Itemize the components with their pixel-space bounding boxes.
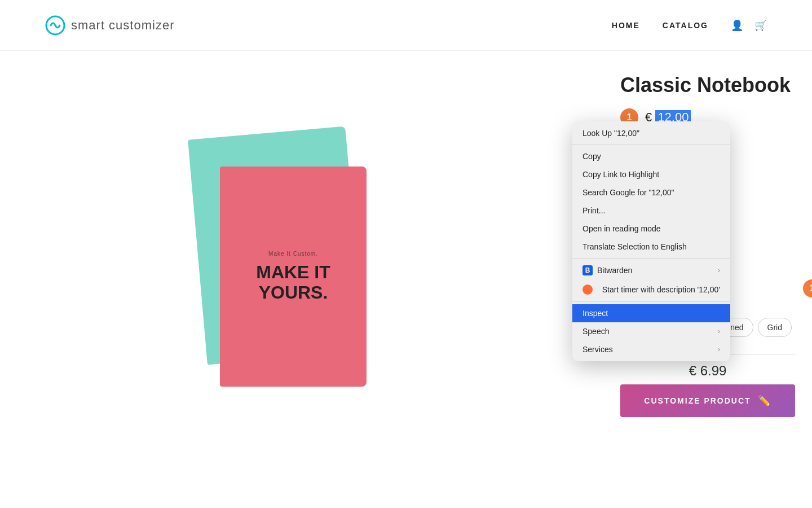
main-nav: HOME CATALOG 👤 🛒: [612, 19, 767, 32]
ctx-lookup[interactable]: Look Up "12,00": [572, 124, 730, 142]
customize-btn-icon: ✏️: [758, 395, 771, 407]
ctx-divider-1: [572, 144, 730, 145]
ctx-inspect-label: Inspect: [582, 309, 608, 318]
ctx-print-label: Print...: [582, 206, 605, 215]
login-icon[interactable]: 👤: [731, 19, 743, 32]
header: smart customizer HOME CATALOG 👤 🛒: [0, 0, 812, 51]
ctx-speech-chevron: ›: [718, 327, 720, 335]
notebook-slogan: MAKE ITYOURS.: [256, 262, 330, 302]
notebook-tagline: Make It Custom.: [268, 251, 318, 257]
ctx-services-chevron: ›: [718, 345, 720, 353]
ctx-copy-link[interactable]: Copy Link to Highlight: [572, 165, 730, 183]
context-menu: Look Up "12,00" Copy Copy Link to Highli…: [572, 121, 730, 361]
ctx-search-google[interactable]: Search Google for "12,00": [572, 183, 730, 202]
notebook-display: Make It Custom. MAKE ITYOURS.: [186, 133, 412, 426]
ctx-bitwarden-label: Bitwarden: [597, 266, 632, 275]
logo-icon: [45, 15, 65, 36]
product-title: Classic Notebook: [620, 73, 795, 97]
ctx-divider-3: [572, 301, 730, 302]
ctx-lookup-label: Look Up "12,00": [582, 129, 639, 138]
ctx-copy-label: Copy: [582, 152, 601, 161]
ctx-print[interactable]: Print...: [572, 202, 730, 220]
ctx-translate-label: Translate Selection to English: [582, 242, 687, 251]
logo[interactable]: smart customizer: [45, 15, 174, 36]
product-image-area: Make It Custom. MAKE ITYOURS.: [0, 51, 598, 508]
ctx-speech[interactable]: Speech ›: [572, 322, 730, 340]
ctx-timer-label: Start timer with description '12,00': [602, 285, 720, 294]
right-badge: 1: [803, 279, 812, 297]
nav-icons: 👤 🛒: [731, 19, 767, 32]
customize-btn-label: CUSTOMIZE PRODUCT: [644, 396, 751, 405]
customize-product-button[interactable]: CUSTOMIZE PRODUCT ✏️: [620, 384, 795, 417]
ctx-inspect[interactable]: Inspect: [572, 304, 730, 322]
notebook-front: Make It Custom. MAKE ITYOURS.: [220, 167, 367, 387]
ctx-speech-label: Speech: [582, 327, 609, 336]
ctx-reading-mode-label: Open in reading mode: [582, 224, 661, 233]
ctx-reading-mode[interactable]: Open in reading mode: [572, 220, 730, 238]
ctx-bitwarden[interactable]: B Bitwarden ›: [572, 261, 730, 280]
ctx-divider-2: [572, 258, 730, 259]
timer-icon: [582, 284, 593, 295]
ctx-bitwarden-chevron: ›: [718, 266, 720, 274]
ctx-translate[interactable]: Translate Selection to English: [572, 238, 730, 256]
final-price: € 6.99: [620, 363, 795, 379]
cart-icon[interactable]: 🛒: [754, 19, 767, 32]
ctx-search-google-label: Search Google for "12,00": [582, 188, 674, 197]
ctx-copy-link-label: Copy Link to Highlight: [582, 170, 659, 179]
ctx-copy[interactable]: Copy: [572, 147, 730, 165]
nav-catalog[interactable]: CATALOG: [663, 21, 708, 30]
ctx-services-label: Services: [582, 345, 613, 354]
ctx-services[interactable]: Services ›: [572, 340, 730, 358]
logo-text: smart customizer: [71, 18, 174, 33]
ctx-timer[interactable]: Start timer with description '12,00': [572, 280, 730, 299]
ctx-bitwarden-content: B Bitwarden: [582, 265, 632, 275]
nav-home[interactable]: HOME: [612, 21, 640, 30]
paper-grid[interactable]: Grid: [758, 318, 792, 337]
bitwarden-icon: B: [582, 265, 593, 275]
